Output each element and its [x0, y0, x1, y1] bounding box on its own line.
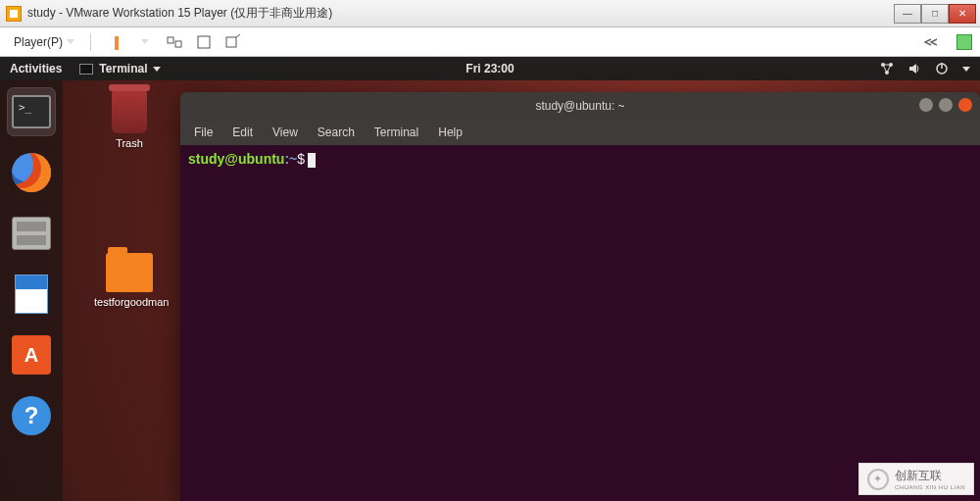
- send-ctrl-alt-del-button[interactable]: [164, 31, 185, 53]
- window-controls: — □ ✕: [894, 4, 976, 24]
- watermark-text: 创新互联: [895, 468, 965, 484]
- unity-icon: [225, 34, 241, 50]
- player-menu-label: Player(P): [14, 35, 63, 49]
- terminal-window: study@ubuntu: ~ File Edit View Search Te…: [180, 92, 980, 501]
- terminal-menu-view[interactable]: View: [272, 125, 298, 139]
- minimize-button[interactable]: —: [894, 4, 921, 24]
- terminal-menubar: File Edit View Search Terminal Help: [180, 120, 980, 145]
- windows-titlebar: study - VMware Workstation 15 Player (仅用…: [0, 0, 980, 27]
- terminal-menu-terminal[interactable]: Terminal: [374, 125, 418, 139]
- chevron-down-icon: [153, 67, 161, 72]
- vmware-toolbar: Player(P) ||: [0, 27, 980, 57]
- ubuntu-top-bar: Activities Terminal Fri 23:00: [0, 57, 980, 80]
- app-menu-label: Terminal: [99, 62, 147, 75]
- watermark: ✦ 创新互联 CHUANG XIN HU LIAN: [858, 463, 974, 495]
- volume-icon: [907, 62, 921, 75]
- svg-line-4: [236, 34, 240, 37]
- help-icon: ?: [12, 396, 51, 435]
- dock-item-firefox[interactable]: [8, 149, 55, 196]
- terminal-mini-icon: [79, 64, 93, 75]
- toolbar-separator: [90, 33, 91, 51]
- pause-icon: ||: [114, 34, 118, 50]
- dock-item-terminal[interactable]: [8, 88, 55, 135]
- terminal-close-button[interactable]: [958, 98, 972, 112]
- folder-label: testforgoodman: [94, 296, 165, 309]
- vm-dropdown-button[interactable]: [134, 31, 156, 53]
- terminal-menu-edit[interactable]: Edit: [232, 125, 253, 139]
- keys-icon: [167, 34, 182, 50]
- terminal-menu-file[interactable]: File: [194, 125, 213, 139]
- activities-button[interactable]: Activities: [10, 62, 62, 75]
- desktop-icon-trash[interactable]: Trash: [94, 90, 165, 150]
- svg-rect-2: [198, 36, 210, 48]
- prompt-symbol: $: [297, 151, 305, 167]
- dock-item-files[interactable]: [8, 210, 55, 257]
- terminal-minimize-button[interactable]: [919, 98, 933, 112]
- player-menu-button[interactable]: Player(P): [8, 33, 80, 51]
- svg-rect-1: [175, 41, 181, 47]
- trash-label: Trash: [94, 137, 165, 150]
- clock-button[interactable]: Fri 23:00: [466, 62, 514, 75]
- watermark-sub: CHUANG XIN HU LIAN: [895, 484, 965, 490]
- chevron-down-icon: [67, 39, 74, 44]
- desktop-icon-folder[interactable]: testforgoodman: [94, 253, 165, 309]
- document-icon: [15, 275, 48, 314]
- close-button[interactable]: ✕: [949, 4, 976, 24]
- dock-item-help[interactable]: ?: [8, 392, 55, 439]
- terminal-titlebar[interactable]: study@ubuntu: ~: [180, 92, 980, 120]
- terminal-menu-help[interactable]: Help: [438, 125, 463, 139]
- terminal-maximize-button[interactable]: [939, 98, 953, 112]
- files-icon: [12, 217, 51, 250]
- ubuntu-dock: A ?: [0, 80, 63, 501]
- maximize-button[interactable]: □: [921, 4, 949, 24]
- trash-icon: [112, 90, 147, 133]
- folder-icon: [106, 253, 153, 292]
- network-icon: [880, 62, 894, 75]
- unity-button[interactable]: [222, 31, 244, 53]
- svg-rect-3: [226, 37, 236, 47]
- fullscreen-button[interactable]: [193, 31, 215, 53]
- software-icon: A: [12, 335, 51, 375]
- chevron-down-icon: [962, 67, 970, 72]
- vmware-icon: [6, 6, 22, 22]
- window-title: study - VMware Workstation 15 Player (仅用…: [27, 5, 894, 22]
- terminal-menu-search[interactable]: Search: [318, 125, 355, 139]
- pause-button[interactable]: ||: [105, 31, 126, 53]
- terminal-icon: [12, 95, 51, 128]
- terminal-body[interactable]: study@ubuntu:~$: [180, 145, 980, 501]
- terminal-cursor: [308, 153, 316, 168]
- power-icon: [935, 62, 949, 75]
- collapse-icon[interactable]: [923, 38, 947, 46]
- terminal-title-text: study@ubuntu: ~: [535, 99, 624, 113]
- fullscreen-icon: [196, 34, 212, 50]
- firefox-icon: [12, 153, 51, 192]
- dock-item-writer[interactable]: [8, 271, 55, 318]
- chevron-down-icon: [141, 39, 149, 44]
- notes-button[interactable]: [956, 34, 972, 50]
- dock-item-software[interactable]: A: [8, 331, 55, 378]
- app-menu-button[interactable]: Terminal: [79, 62, 161, 75]
- svg-rect-0: [168, 37, 173, 43]
- system-tray[interactable]: [880, 62, 970, 75]
- prompt-user-host: study@ubuntu: [188, 151, 284, 167]
- guest-desktop: Activities Terminal Fri 23:00 A ? Trash …: [0, 57, 980, 501]
- watermark-logo-icon: ✦: [867, 469, 889, 490]
